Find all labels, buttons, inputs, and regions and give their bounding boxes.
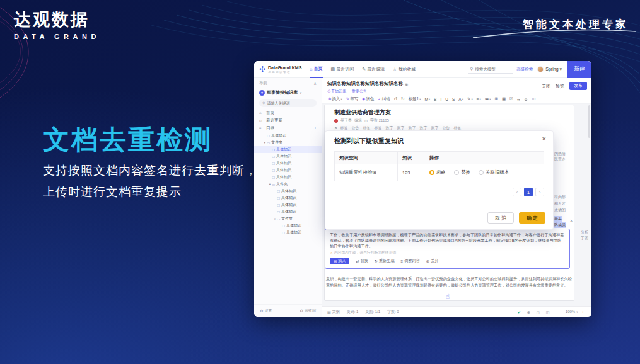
print-icon[interactable]: ⊕ <box>527 310 533 314</box>
important-notice-link[interactable]: 重要公告 <box>352 89 367 94</box>
tree-item[interactable]: 具体知识 <box>254 153 322 160</box>
preview-button[interactable]: 预览 <box>556 83 564 89</box>
tree-item[interactable]: 具体知识 <box>254 195 322 202</box>
action-radio[interactable]: 忽略 <box>429 169 446 176</box>
save-status-icon[interactable]: ✔ <box>518 310 523 314</box>
tree-item[interactable]: 具体知识 <box>254 146 322 153</box>
nav-home[interactable]: ⌂ 首页 <box>310 61 322 78</box>
next-page-button[interactable]: › <box>535 188 544 196</box>
emoji-icon[interactable]: ☺ <box>524 97 528 101</box>
document-actions: 关闭 预览 发布 <box>542 82 587 90</box>
panel-close-icon[interactable]: × <box>570 219 573 223</box>
ai-generated-text: 工作，收集了用户反馈和市场调研数据，梳理了产品的功能需求和技术要求，参与了团队的… <box>330 232 565 249</box>
side-recent-updates[interactable]: ⊙ 最近更新 <box>254 117 322 124</box>
brand-subtitle: 达观知识管理 <box>268 71 301 74</box>
checkbox-icon[interactable]: ☑ <box>509 96 513 101</box>
nav-recent-edits[interactable]: ✎ 最近编辑 <box>362 61 385 78</box>
bullet-list-icon[interactable]: ≡ ▾ <box>477 97 481 101</box>
fit-width-icon[interactable]: ◻ <box>537 310 542 314</box>
modal-pagination: ‹ 1 › <box>513 188 544 196</box>
font-size-select[interactable]: M ▾ <box>424 97 430 101</box>
strikethrough-icon[interactable]: S <box>452 97 455 101</box>
warning-icon: ⚠ <box>330 251 333 255</box>
underline-icon[interactable]: U <box>445 97 448 101</box>
ai-regenerate-button[interactable]: ↻ 重新生成 <box>375 258 395 264</box>
bold-icon[interactable]: B <box>434 97 436 101</box>
ai-replace-button[interactable]: ⇄ 替换 <box>356 258 368 264</box>
tree-item[interactable]: 具体知识 <box>254 229 322 236</box>
tree-node-icon <box>267 141 270 145</box>
collapse-sidebar-icon[interactable]: ∧ <box>313 81 317 86</box>
table-icon[interactable]: ⊞ <box>494 96 497 101</box>
side-home[interactable]: ⌂ 首页 <box>254 109 322 117</box>
scrollbar[interactable] <box>588 105 590 138</box>
duplicate-detection-modal: 检测到以下疑似重复知识 × 知识空间 知识 操作 知识重复性校验te 123 <box>325 130 554 230</box>
tree-item[interactable]: 具体知识 <box>254 132 322 139</box>
publish-button[interactable]: 发布 <box>569 82 587 90</box>
statusbar-left: ▤ 大纲 页码: 1 页面: 1/1 字 <box>327 309 399 315</box>
tree-item[interactable]: 文件夹 <box>254 215 322 222</box>
global-search-input[interactable] <box>475 67 511 71</box>
user-avatar[interactable] <box>537 66 544 72</box>
cancel-button[interactable]: 取 消 <box>487 212 514 224</box>
knowledge-base-switcher[interactable]: ❖ 军事情报知识库 ∨ <box>254 88 322 98</box>
fit-page-icon[interactable]: ◫ <box>546 310 552 314</box>
clipped-text: 了团 <box>581 236 588 241</box>
redo-icon[interactable]: ↻ <box>401 96 404 101</box>
ordered-list-icon[interactable]: ≔ ▾ <box>485 96 491 101</box>
create-new-button[interactable]: 新建 <box>567 61 591 78</box>
user-menu[interactable]: Spring ▾ <box>545 67 562 72</box>
action-radio[interactable]: 关联旧版本 <box>479 169 509 176</box>
advanced-search-link[interactable]: 高级检索 <box>516 67 533 72</box>
col-action: 操作 <box>424 152 544 164</box>
page-count[interactable]: 页面: 1/1 <box>364 309 380 315</box>
ai-insert-button[interactable]: ⊞ 插入 <box>330 258 349 264</box>
insert-menu[interactable]: ⊕ 插入 ▾ <box>328 96 342 102</box>
page-number[interactable]: 页码: 1 <box>346 309 359 315</box>
font-color-icon[interactable]: A ▾ <box>458 97 463 101</box>
outline-toggle[interactable]: ▤ 大纲 <box>327 309 340 315</box>
side-catalog[interactable]: ≡ 目录 + <box>254 124 322 132</box>
tree-item[interactable]: 具体知识 <box>254 174 322 181</box>
heading-select[interactable]: 标题1 ▾ <box>409 96 421 102</box>
cell-knowledge-space: 知识重复性校验te <box>335 164 398 181</box>
action-radio[interactable]: 替换 <box>454 169 470 176</box>
tree-item[interactable]: 具体知识 <box>254 202 322 208</box>
proofread-button[interactable]: ✓ 纠错 <box>378 96 390 102</box>
tree-item[interactable]: 具体知识 <box>254 208 322 215</box>
add-icon[interactable]: + <box>314 126 317 130</box>
tree-item[interactable]: 文件夹 <box>254 181 322 188</box>
highlight-icon[interactable]: ✎ ▾ <box>467 96 473 101</box>
public-library-link[interactable]: 公开知识库 <box>327 89 346 94</box>
more-icon[interactable]: ⋯ <box>532 96 536 101</box>
zoom-in-icon[interactable]: + <box>581 310 586 314</box>
confirm-button[interactable]: 确 定 <box>519 212 545 224</box>
close-icon[interactable]: × <box>542 135 546 142</box>
ai-adjust-button[interactable]: ≡ 调整内容 <box>401 258 420 264</box>
italic-icon[interactable]: I <box>440 97 441 101</box>
tree-item[interactable]: 具体知识 <box>254 188 322 195</box>
close-doc-button[interactable]: 关闭 <box>542 83 550 89</box>
chevron-down-icon: ▾ <box>559 67 562 71</box>
polish-button[interactable]: ◈ 润色 <box>362 96 374 102</box>
zoom-out-icon[interactable]: − <box>556 310 561 314</box>
ai-write-button[interactable]: ✎ 帮写 <box>346 96 358 102</box>
tree-item[interactable]: 文件夹 <box>254 139 322 146</box>
cell-knowledge: 123 <box>398 164 424 181</box>
tree-item[interactable]: 具体知识 <box>254 167 322 174</box>
undo-icon[interactable]: ↺ <box>394 96 397 101</box>
tree-item[interactable]: 具体知识 <box>254 160 322 167</box>
ai-discard-button[interactable]: ⊘ 丢弃 <box>426 258 438 264</box>
sidebar-search-input[interactable] <box>267 101 311 105</box>
tree-item[interactable]: 具体知识 <box>254 222 322 229</box>
image-icon[interactable]: ▦ <box>502 96 506 101</box>
zoom-level[interactable]: 100% ▾ <box>564 310 578 314</box>
recycle-bin-button[interactable]: ♻回收站 <box>300 308 316 314</box>
link-icon[interactable]: ∞ <box>517 97 520 101</box>
prev-page-button[interactable]: ‹ <box>513 188 521 196</box>
nav-recent-visits[interactable]: ▤ 最近访问 <box>331 61 354 78</box>
settings-button[interactable]: ⚙设置 <box>260 308 272 314</box>
page-1-button[interactable]: 1 <box>524 188 533 196</box>
word-count[interactable]: 字数: 0 <box>386 309 399 315</box>
nav-favorites[interactable]: ☆ 我的收藏 <box>393 61 416 78</box>
